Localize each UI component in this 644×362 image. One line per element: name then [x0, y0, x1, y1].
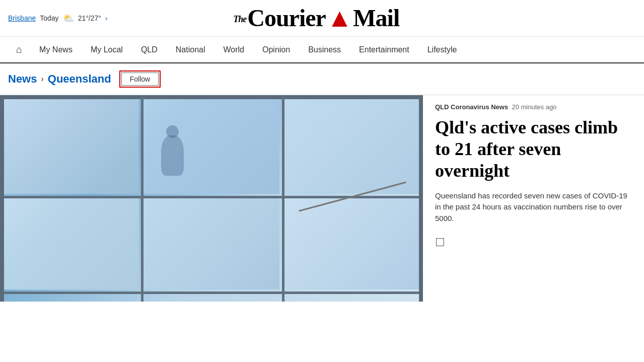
article-headline[interactable]: Qld's active cases climb to 21 after sev…: [435, 117, 632, 182]
nav-item-mylocal[interactable]: My Local: [82, 37, 132, 62]
article-sidebar: QLD Coronavirus News 20 minutes ago Qld'…: [423, 95, 644, 302]
weather-icon: ⛅: [63, 13, 74, 24]
city-link[interactable]: Brisbane: [8, 14, 36, 22]
home-icon[interactable]: ⌂: [8, 37, 30, 62]
follow-button[interactable]: Follow: [121, 73, 159, 86]
logo-name-left: Courier: [247, 6, 326, 30]
nav-link-lifestyle[interactable]: Lifestyle: [418, 37, 466, 62]
location-weather: Brisbane Today ⛅ 21°/27° ›: [8, 13, 108, 24]
article-category: QLD Coronavirus News 20 minutes ago: [435, 103, 632, 111]
nav-link-entertainment[interactable]: Entertainment: [350, 37, 418, 62]
nav-item-mynews[interactable]: My News: [30, 37, 82, 62]
nav-item-lifestyle[interactable]: Lifestyle: [418, 37, 466, 62]
article-timestamp: 20 minutes ago: [510, 103, 557, 111]
nav-item-business[interactable]: Business: [299, 37, 350, 62]
top-bar: Brisbane Today ⛅ 21°/27° › The Courier ▲…: [0, 0, 644, 37]
nav-link-national[interactable]: National: [167, 37, 214, 62]
nav-links: My News My Local QLD National World Opin…: [30, 37, 466, 62]
article-image: [0, 95, 423, 302]
nav-link-world[interactable]: World: [214, 37, 254, 62]
logo-name-right: Mail: [353, 6, 399, 30]
temperature-text: 21°/27°: [78, 14, 101, 22]
breadcrumb: News › Queensland Follow: [0, 63, 644, 95]
site-logo[interactable]: The Courier ▲ Mail: [108, 5, 525, 31]
comment-icon[interactable]: ☐: [435, 236, 632, 249]
nav-link-business[interactable]: Business: [299, 37, 350, 62]
content-area: QLD Coronavirus News 20 minutes ago Qld'…: [0, 95, 644, 302]
nav-item-world[interactable]: World: [214, 37, 254, 62]
nav-link-mynews[interactable]: My News: [30, 37, 82, 62]
window-decoration: [0, 95, 423, 302]
nav-item-national[interactable]: National: [167, 37, 214, 62]
logo-triangle-icon: ▲: [327, 5, 352, 31]
nav-item-entertainment[interactable]: Entertainment: [350, 37, 418, 62]
logo-the: The: [233, 15, 246, 24]
breadcrumb-news-link[interactable]: News: [8, 73, 37, 86]
main-nav: ⌂ My News My Local QLD National World Op…: [0, 37, 644, 63]
article-category-name[interactable]: QLD Coronavirus News: [435, 103, 508, 111]
breadcrumb-chevron-icon: ›: [41, 75, 43, 84]
nav-link-qld[interactable]: QLD: [132, 37, 167, 62]
logo-text: The Courier ▲ Mail: [233, 5, 399, 31]
follow-button-wrapper: Follow: [119, 70, 161, 88]
day-label: Today: [40, 14, 58, 22]
article-summary: Queensland has recorded seven new cases …: [435, 190, 632, 225]
nav-link-mylocal[interactable]: My Local: [82, 37, 132, 62]
nav-item-qld[interactable]: QLD: [132, 37, 167, 62]
nav-link-opinion[interactable]: Opinion: [253, 37, 299, 62]
breadcrumb-section-label: Queensland: [48, 73, 111, 86]
nav-item-opinion[interactable]: Opinion: [253, 37, 299, 62]
